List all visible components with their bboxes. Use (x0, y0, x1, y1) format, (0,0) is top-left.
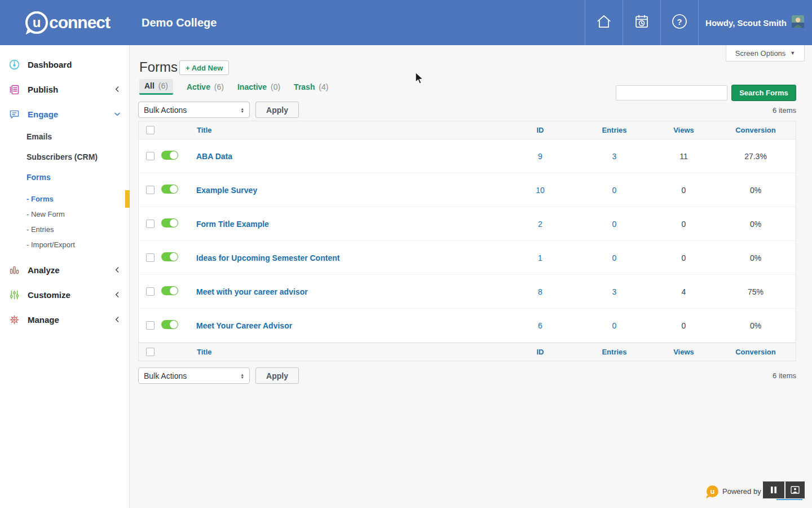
status-toggle[interactable] (161, 185, 178, 194)
form-entries-link[interactable]: 0 (577, 220, 652, 229)
column-header-views[interactable]: Views (652, 348, 716, 356)
tab-count: (6) (214, 82, 224, 91)
form-id-link[interactable]: 6 (504, 321, 577, 330)
customize-sliders-icon (8, 288, 20, 301)
form-title-link[interactable]: Form Title Example (196, 220, 504, 229)
sidebar-subitem-import-export[interactable]: - Import/Export (0, 237, 129, 252)
tab-count: (6) (158, 81, 168, 90)
row-checkbox[interactable] (146, 186, 155, 194)
bulk-actions-select[interactable]: Bulk Actions ▲▼ (138, 367, 250, 384)
uconnect-logo-bubble: u (25, 11, 48, 34)
select-all-checkbox[interactable] (146, 348, 155, 356)
form-id-link[interactable]: 1 (504, 253, 577, 262)
row-checkbox[interactable] (146, 287, 155, 296)
form-conversion: 0% (716, 186, 796, 195)
form-title-link[interactable]: Example Survey (196, 186, 504, 195)
row-checkbox[interactable] (146, 152, 155, 160)
sidebar-item-subscribers[interactable]: Subscribers (CRM) (0, 147, 129, 167)
form-title-link[interactable]: Meet Your Career Advisor (196, 321, 504, 330)
column-header-title[interactable]: Title (196, 348, 504, 356)
column-header-entries[interactable]: Entries (577, 126, 652, 134)
tab-active-forms[interactable]: Active (6) (187, 80, 224, 95)
form-id-link[interactable]: 10 (504, 186, 577, 195)
avatar (792, 15, 804, 30)
form-id-link[interactable]: 9 (504, 152, 577, 161)
sidebar-item-dashboard[interactable]: Dashboard (0, 52, 129, 77)
bulk-actions-select[interactable]: Bulk Actions ▲▼ (138, 102, 250, 118)
powered-by-link-underline[interactable] (776, 499, 802, 500)
status-toggle[interactable] (161, 151, 178, 160)
page-title: Forms (139, 59, 178, 75)
form-entries-link[interactable]: 3 (577, 287, 652, 296)
sidebar-label: Dashboard (28, 60, 72, 69)
sidebar-label: Publish (28, 85, 58, 94)
status-toggle[interactable] (161, 252, 178, 261)
sidebar-subitem-entries[interactable]: - Entries (0, 222, 129, 237)
sidebar-item-analyze[interactable]: Analyze (0, 257, 129, 282)
video-pip-button[interactable] (785, 481, 805, 498)
sidebar-label: Forms (27, 173, 51, 182)
logo-bubble-letter: u (33, 15, 41, 30)
form-entries-link[interactable]: 3 (577, 152, 652, 161)
status-toggle[interactable] (161, 320, 178, 329)
calendar-button[interactable] (623, 0, 660, 45)
status-toggle[interactable] (161, 286, 178, 295)
row-checkbox[interactable] (146, 220, 155, 228)
user-menu[interactable]: Howdy, Scout Smith (698, 0, 812, 45)
search-input[interactable] (616, 85, 727, 100)
select-all-checkbox[interactable] (146, 126, 155, 134)
row-checkbox[interactable] (146, 321, 155, 330)
sidebar-subitem-forms[interactable]: - Forms (0, 191, 129, 207)
status-filter-tabs: All (6) Active (6) Inactive (0) Trash (4… (139, 79, 342, 95)
form-title-link[interactable]: Ideas for Upcoming Semester Content (196, 253, 504, 262)
form-entries-link[interactable]: 0 (577, 253, 652, 262)
powered-by-text: Powered by (722, 487, 761, 496)
sidebar-item-emails[interactable]: Emails (0, 126, 129, 147)
sidebar-label: - Import/Export (27, 240, 75, 249)
add-new-button[interactable]: + Add New (179, 60, 229, 75)
tab-label: Trash (294, 82, 315, 91)
form-id-link[interactable]: 8 (504, 287, 577, 296)
sidebar-label: - Entries (27, 225, 54, 234)
form-title-link[interactable]: ABA Data (196, 152, 504, 161)
search-forms-button[interactable]: Search Forms (731, 85, 796, 101)
form-title-link[interactable]: Meet with your career advisor (196, 287, 504, 296)
sidebar-subitem-new-form[interactable]: - New Form (0, 207, 129, 222)
sidebar-item-manage[interactable]: Manage (0, 307, 129, 332)
video-pause-button[interactable] (763, 481, 784, 498)
sidebar-item-publish[interactable]: Publish (0, 77, 129, 102)
help-button[interactable]: ? (660, 0, 698, 45)
form-entries-link[interactable]: 0 (577, 186, 652, 195)
sidebar-item-engage[interactable]: Engage (0, 102, 129, 126)
chevron-left-icon (113, 266, 121, 274)
column-header-title[interactable]: Title (196, 126, 504, 134)
column-header-id[interactable]: ID (504, 348, 577, 356)
sidebar-item-forms[interactable]: Forms (0, 167, 129, 187)
dashboard-gauge-icon (8, 58, 20, 71)
sidebar-item-customize[interactable]: Customize (0, 282, 129, 307)
sidebar-label: Emails (27, 132, 52, 141)
tab-label: Active (187, 82, 210, 91)
column-header-conversion[interactable]: Conversion (716, 348, 796, 356)
tab-trash[interactable]: Trash (4) (294, 80, 328, 95)
tab-all[interactable]: All (6) (139, 79, 173, 95)
column-header-id[interactable]: ID (504, 126, 577, 134)
row-checkbox[interactable] (146, 253, 155, 262)
chevron-left-icon (113, 291, 121, 299)
column-header-views[interactable]: Views (652, 126, 716, 134)
apply-button[interactable]: Apply (255, 102, 299, 118)
tab-inactive[interactable]: Inactive (0) (237, 80, 280, 95)
status-toggle[interactable] (161, 218, 178, 227)
form-views: 0 (652, 253, 716, 262)
column-header-entries[interactable]: Entries (577, 348, 652, 356)
table-row: Meet with your career advisor 8 3 4 75% (139, 275, 796, 309)
uconnect-logo[interactable]: u connect (25, 11, 110, 34)
home-button[interactable] (585, 0, 623, 45)
column-header-conversion[interactable]: Conversion (716, 126, 796, 134)
apply-button[interactable]: Apply (255, 367, 299, 384)
main-content: Forms + Add New All (6) Active (6) Inact… (130, 45, 812, 508)
sidebar: Dashboard Publish Engage Emails (0, 45, 130, 508)
form-entries-link[interactable]: 0 (577, 321, 652, 330)
form-id-link[interactable]: 2 (504, 220, 577, 229)
screen-options-button[interactable]: Screen Options ▼ (726, 45, 805, 62)
